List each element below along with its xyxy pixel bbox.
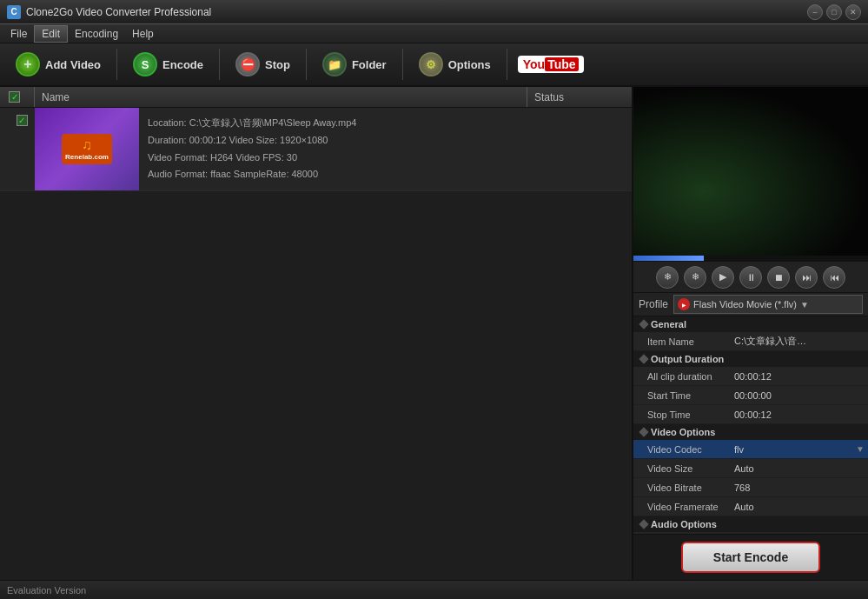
profile-icon — [678, 298, 690, 310]
file-info: Location: C:\文章録入\音频\MP4\Sleep Away.mp4 … — [139, 108, 527, 190]
titlebar: C Clone2Go Video Converter Professional … — [0, 0, 868, 24]
section-videooptions-header: Video Options — [633, 424, 868, 440]
value-allclip: 00:00:12 — [729, 371, 868, 382]
label-allclip: All clip duration — [633, 371, 729, 382]
settings-row-allclip: All clip duration 00:00:12 — [633, 367, 868, 386]
encode-icon: S — [133, 52, 157, 77]
app-icon: C — [7, 5, 21, 19]
settings-panel: General Item Name C:\文章録入\音… Output Dura… — [633, 316, 868, 534]
stop-button[interactable]: ⛔ Stop — [227, 49, 299, 80]
settings-row-stoptime: Stop Time 00:00:12 — [633, 405, 868, 424]
youtube-you-text: You — [523, 57, 545, 71]
settings-row-itemname: Item Name C:\文章録入\音… — [633, 332, 868, 351]
label-videosize: Video Size — [633, 463, 729, 474]
stop-label: Stop — [265, 58, 290, 71]
settings-row-videobitrate: Video Bitrate 768 — [633, 478, 868, 497]
profile-dropdown-arrow: ▼ — [800, 300, 809, 309]
section-videooptions-label: Video Options — [651, 427, 715, 437]
toolbar-sep-4 — [402, 49, 403, 80]
toolbar-sep-5 — [507, 49, 507, 80]
select-all-checkbox[interactable]: ✓ — [9, 91, 20, 103]
label-videobitrate: Video Bitrate — [633, 483, 729, 493]
stop-icon: ⛔ — [235, 52, 260, 77]
header-check: ✓ — [0, 87, 35, 107]
row-checkbox[interactable]: ✓ — [17, 115, 28, 126]
ctrl-snowflake1-button[interactable]: ❄ — [656, 266, 679, 289]
section-diamond-4 — [639, 519, 648, 529]
add-video-icon: + — [16, 52, 40, 77]
ctrl-pause-button[interactable]: ⏸ — [739, 266, 762, 289]
window-controls: – □ ✕ — [807, 4, 861, 20]
value-videosize: Auto — [729, 463, 868, 474]
section-diamond — [639, 319, 648, 329]
ctrl-stop-button[interactable]: ⏹ — [767, 266, 790, 289]
label-videocodec: Video Codec — [633, 444, 729, 455]
filelist: ✓ Name Status ✓ ♫ Renelab.com Location: … — [0, 87, 633, 580]
section-audiooptions-header: Audio Options — [633, 516, 868, 532]
menu-help[interactable]: Help — [125, 26, 161, 42]
file-location: Location: C:\文章録入\音频\MP4\Sleep Away.mp4 — [148, 115, 519, 132]
section-audiooptions-label: Audio Options — [651, 519, 717, 529]
ctrl-prev-button[interactable]: ⏮ — [823, 266, 845, 289]
value-stoptime: 00:00:12 — [729, 409, 868, 420]
options-button[interactable]: ⚙ Options — [410, 49, 500, 80]
statusbar: Evaluation Version — [0, 580, 868, 599]
preview-progressbar — [633, 256, 868, 261]
row-check-area: ✓ — [0, 108, 35, 190]
label-videoframerate: Video Framerate — [633, 502, 729, 512]
ctrl-play-button[interactable]: ▶ — [712, 266, 734, 289]
file-duration: Duration: 00:00:12 Video Size: 1920×1080 — [148, 132, 519, 150]
section-general-header: General — [633, 316, 868, 332]
menu-file[interactable]: File — [3, 26, 34, 42]
value-videobitrate: 768 — [729, 483, 868, 493]
file-video-format: Video Format: H264 Video FPS: 30 — [148, 150, 519, 167]
encode-button-area: Start Encode — [633, 534, 868, 580]
toolbar: + Add Video S Encode ⛔ Stop 📁 Folder ⚙ O… — [0, 43, 868, 87]
file-thumbnail: ♫ Renelab.com — [35, 108, 139, 190]
label-stoptime: Stop Time — [633, 409, 729, 420]
profile-row: Profile Flash Video Movie (*.flv) ▼ — [633, 292, 868, 316]
value-videoframerate: Auto — [729, 502, 868, 512]
encode-button[interactable]: S Encode — [124, 49, 212, 80]
section-outputduration-label: Output Duration — [651, 354, 724, 364]
maximize-button[interactable]: □ — [826, 4, 842, 20]
filelist-body: ✓ ♫ Renelab.com Location: C:\文章録入\音频\MP4… — [0, 108, 632, 580]
folder-label: Folder — [352, 58, 387, 71]
toolbar-sep-1 — [116, 49, 117, 80]
youtube-button[interactable]: You Tube — [518, 56, 584, 73]
preview-progress-fill — [633, 256, 704, 261]
ctrl-next-button[interactable]: ⏭ — [795, 266, 818, 289]
right-panel: Video Converter ❄ ❄ ▶ ⏸ ⏹ ⏭ ⏮ Profile Fl… — [633, 87, 868, 580]
menu-encoding[interactable]: Encoding — [68, 26, 125, 42]
settings-row-starttime: Start Time 00:00:00 — [633, 386, 868, 405]
section-outputduration-header: Output Duration — [633, 351, 868, 367]
start-encode-button[interactable]: Start Encode — [681, 542, 820, 573]
section-diamond-2 — [639, 354, 648, 363]
value-videocodec: flv ▼ — [729, 444, 868, 455]
encode-label: Encode — [162, 58, 203, 71]
minimize-button[interactable]: – — [807, 4, 823, 20]
options-icon: ⚙ — [419, 52, 443, 77]
add-video-button[interactable]: + Add Video — [7, 49, 109, 80]
section-general-label: General — [651, 319, 686, 329]
header-name: Name — [35, 87, 527, 107]
close-button[interactable]: ✕ — [845, 4, 861, 20]
profile-value: Flash Video Movie (*.flv) — [693, 299, 797, 309]
ctrl-snowflake2-button[interactable]: ❄ — [684, 266, 706, 289]
table-row[interactable]: ✓ ♫ Renelab.com Location: C:\文章録入\音频\MP4… — [0, 108, 632, 191]
folder-button[interactable]: 📁 Folder — [314, 49, 395, 80]
value-itemname: C:\文章録入\音… — [729, 335, 868, 348]
add-video-label: Add Video — [45, 58, 101, 71]
profile-select[interactable]: Flash Video Movie (*.flv) ▼ — [673, 295, 863, 314]
videocodec-text: flv — [734, 444, 856, 455]
main-layout: ✓ Name Status ✓ ♫ Renelab.com Location: … — [0, 87, 868, 580]
statusbar-text: Evaluation Version — [7, 585, 86, 596]
app-title: Clone2Go Video Converter Professional — [26, 6, 807, 18]
toolbar-sep-3 — [306, 49, 307, 80]
menu-edit[interactable]: Edit — [34, 25, 68, 43]
header-status: Status — [527, 87, 632, 107]
file-status-cell — [527, 108, 632, 190]
player-controls: ❄ ❄ ▶ ⏸ ⏹ ⏭ ⏮ — [633, 261, 868, 292]
menubar: File Edit Encoding Help — [0, 24, 868, 43]
settings-row-videocodec[interactable]: Video Codec flv ▼ — [633, 440, 868, 459]
